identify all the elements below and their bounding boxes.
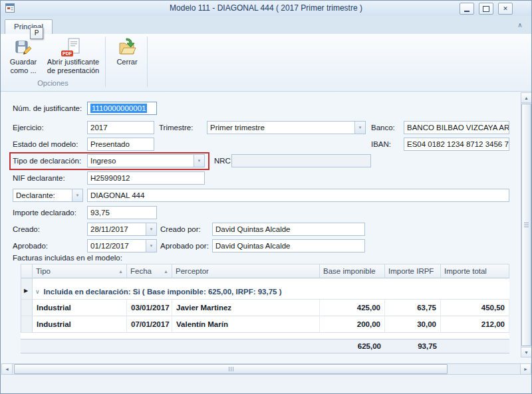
focused-row-icon: ▶ (24, 288, 28, 294)
titlebar[interactable]: Modelo 111 - DIAGONAL 444 ( 2017 Primer … (1, 1, 531, 17)
grid-header-fecha[interactable]: Fecha▲ (127, 264, 172, 278)
importe-declarado-input[interactable]: 93,75 (87, 206, 157, 219)
ribbon: Guardar como ... PDF Abrir justificante … (1, 34, 531, 92)
cell-importe-total: 450,50 (441, 300, 509, 316)
tab-principal[interactable]: Principal (5, 19, 53, 35)
ribbon-tab-row: Principal ∧ (1, 16, 531, 34)
ribbon-collapse-icon[interactable]: ∧ (515, 21, 525, 31)
creado-dropdown-icon[interactable]: ▼ (146, 223, 156, 235)
restore-button[interactable] (479, 3, 493, 15)
iban-input[interactable]: ES04 0182 1234 8712 3456 7899 (404, 138, 509, 151)
grid-header-importe-total[interactable]: Importe total (441, 264, 509, 278)
vertical-scroll-thumb[interactable] (521, 104, 531, 346)
cell-perceptor: Javier Martinez (172, 300, 320, 316)
cell-perceptor: Valentín Marín (172, 316, 320, 333)
grid-header-perceptor[interactable]: Perceptor (172, 264, 320, 278)
creado-date-picker[interactable]: 28/11/2017 ▼ (87, 223, 157, 236)
summary-importe-irpf: 93,75 (385, 339, 441, 353)
nif-declarante-input[interactable]: H25990912 (87, 171, 205, 185)
group-row-text: Incluida en declaración: Si ( Base impon… (44, 288, 282, 296)
guardar-como-label-2: como ... (10, 66, 36, 75)
grid-header-importe-irpf[interactable]: Importe IRPF (385, 264, 441, 278)
cerrar-button[interactable]: Cerrar (109, 37, 145, 66)
facturas-grid: Tipo▲ Fecha▲ Perceptor Base imponible Im… (21, 264, 509, 353)
grid-header-row: Tipo▲ Fecha▲ Perceptor Base imponible Im… (21, 264, 509, 278)
declarante-input[interactable]: DIAGONAL 444 (87, 189, 509, 202)
aprobado-dropdown-icon[interactable]: ▼ (146, 240, 156, 252)
grid-header-tipo[interactable]: Tipo▲ (33, 264, 127, 278)
minimize-button[interactable] (460, 3, 474, 15)
iban-value: ES04 0182 1234 8712 3456 7899 (407, 140, 509, 148)
horizontal-scroll-thumb[interactable] (14, 364, 448, 374)
abrir-justificante-button[interactable]: PDF Abrir justificante de presentación (43, 37, 103, 75)
close-button[interactable]: ✕ (498, 3, 513, 15)
grid-group-row[interactable]: ▶ ∨ Incluida en declaración: Si ( Base i… (21, 284, 509, 300)
banco-input[interactable]: BANCO BILBAO VIZCAYA ARGENTARIA (404, 121, 509, 134)
grid-summary-row: 625,00 93,75 (21, 339, 509, 353)
estado-modelo-input[interactable]: Presentado (87, 138, 154, 151)
trimestre-dropdown-icon[interactable]: ▼ (354, 122, 365, 134)
cell-base-imponible: 200,00 (320, 316, 385, 333)
grid-header-base-imponible[interactable]: Base imponible (320, 264, 385, 278)
modelo-111-window: Modelo 111 - DIAGONAL 444 ( 2017 Primer … (0, 0, 532, 394)
scroll-left-button[interactable]: ◄ (2, 364, 13, 374)
cerrar-label: Cerrar (116, 58, 137, 66)
nrc-label: NRC: (214, 154, 233, 167)
estado-modelo-label: Estado del modelo: (13, 138, 78, 151)
estado-modelo-value: Presentado (90, 140, 130, 148)
keytip-badge: P (30, 27, 43, 39)
cell-tipo: Industrial (33, 316, 127, 333)
declarante-dropdown-icon[interactable]: ▼ (72, 189, 82, 201)
window-title: Modelo 111 - DIAGONAL 444 ( 2017 Primer … (1, 3, 531, 13)
cell-fecha: 07/01/2017 (127, 316, 172, 333)
invoice-row-2[interactable]: Industrial 07/01/2017 Valentín Marín 200… (21, 316, 509, 333)
sort-asc-icon: ▲ (116, 269, 123, 274)
num-justificante-input[interactable]: 1110000000001 (87, 102, 157, 115)
nrc-input[interactable] (231, 154, 371, 167)
pdf-document-icon: PDF (64, 38, 82, 56)
trimestre-combo[interactable]: Primer trimestre ▼ (207, 121, 366, 134)
scroll-up-button[interactable]: ▲ (521, 93, 531, 103)
importe-declarado-value: 93,75 (90, 209, 110, 217)
scroll-down-button[interactable]: ▼ (521, 347, 531, 357)
num-justificante-label: Núm. de justificante: (13, 102, 82, 115)
grid-caption: Facturas incluidas en el modelo: (13, 251, 122, 264)
guardar-como-button[interactable]: Guardar como ... (5, 37, 42, 75)
cell-fecha: 03/01/2017 (127, 300, 172, 316)
creado-por-input[interactable]: David Quintas Alcalde (212, 223, 365, 236)
abrir-justificante-label-2: de presentación (47, 66, 99, 75)
trimestre-value: Primer trimestre (210, 124, 265, 132)
aprobado-date-picker[interactable]: 01/12/2017 ▼ (87, 239, 157, 252)
ejercicio-input[interactable]: 2017 (87, 121, 154, 134)
aprobado-por-input[interactable]: David Quintas Alcalde (212, 239, 365, 252)
invoice-row-1[interactable]: Industrial 03/01/2017 Javier Martinez 42… (21, 300, 509, 316)
close-icon: ✕ (503, 6, 508, 12)
nif-declarante-value: H25990912 (90, 174, 130, 182)
aprobado-label: Aprobado: (13, 239, 48, 252)
declarante-selector-button[interactable]: Declarante: ▼ (13, 189, 83, 202)
open-folder-arrow-icon (118, 38, 136, 56)
horizontal-scrollbar[interactable]: ◄ ► (1, 363, 531, 375)
ejercicio-value: 2017 (90, 124, 108, 132)
cell-base-imponible: 425,00 (320, 300, 385, 316)
scroll-up-icon: ▲ (524, 96, 529, 100)
grid-spacer (21, 278, 509, 284)
creado-por-value: David Quintas Alcalde (215, 225, 291, 233)
declarante-value: DIAGONAL 444 (90, 191, 144, 199)
vertical-scrollbar[interactable]: ▲ ▼ (521, 92, 532, 357)
tipo-declaracion-combo[interactable]: Ingreso ▼ (87, 154, 205, 167)
pdf-badge: PDF (61, 50, 73, 56)
ribbon-separator (147, 37, 148, 87)
scroll-left-icon: ◄ (5, 367, 9, 371)
banco-label: Banco: (371, 121, 395, 134)
restore-icon (483, 6, 489, 12)
scroll-right-button[interactable]: ► (520, 364, 531, 374)
save-as-icon (14, 38, 33, 56)
creado-value: 28/11/2017 (90, 225, 128, 233)
tipo-declaracion-dropdown-icon[interactable]: ▼ (194, 155, 204, 167)
cell-importe-total: 212,00 (441, 316, 509, 333)
num-justificante-value: 1110000000001 (90, 104, 147, 113)
tipo-declaracion-value: Ingreso (90, 157, 116, 165)
group-expand-icon[interactable]: ∨ (35, 288, 40, 295)
ribbon-group-opciones: Opciones (1, 79, 105, 87)
